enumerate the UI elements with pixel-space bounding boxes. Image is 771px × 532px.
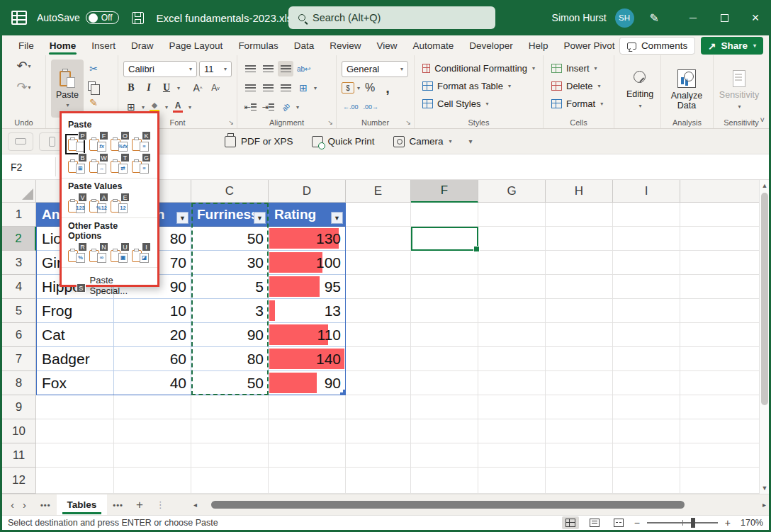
analyze-data-button[interactable]: Analyze Data (666, 60, 707, 120)
format-cells-button[interactable]: Format▾ (548, 95, 609, 113)
table-cell-length[interactable]: 40 (114, 371, 191, 395)
top-align-button[interactable] (242, 61, 258, 77)
empty-cell[interactable] (680, 395, 763, 419)
empty-cell[interactable] (478, 275, 546, 299)
column-header-D[interactable]: D (269, 180, 346, 203)
paste-values-source-formatting[interactable]: 12E (111, 196, 128, 213)
filter-dropdown-button[interactable]: ▼ (176, 212, 188, 224)
row-header-3[interactable]: 3 (2, 251, 36, 275)
empty-cell[interactable] (36, 419, 114, 443)
empty-cell[interactable] (114, 468, 191, 494)
excel-app-icon[interactable] (11, 11, 27, 25)
empty-cell[interactable] (613, 323, 680, 347)
align-right-button[interactable] (278, 80, 293, 96)
paste-default[interactable]: P (68, 135, 85, 152)
empty-cell[interactable] (680, 323, 763, 347)
filter-dropdown-button[interactable]: ▼ (254, 212, 266, 224)
table-cell-animal[interactable]: Frog (36, 299, 114, 323)
empty-cell[interactable] (346, 275, 411, 299)
empty-cell[interactable] (613, 419, 680, 443)
table-cell-rating[interactable]: 110 (269, 323, 346, 347)
qat-pdf-or-xps-button[interactable]: PDF or XPS (225, 136, 293, 147)
insert-cells-button[interactable]: Insert▾ (548, 60, 609, 77)
empty-cell[interactable] (411, 419, 478, 443)
tab-view[interactable]: View (368, 35, 405, 55)
decrease-font-size-button[interactable]: Av (208, 80, 223, 96)
empty-cell[interactable] (191, 468, 269, 494)
empty-cell[interactable] (478, 419, 546, 443)
number-format-select[interactable]: General▾ (342, 61, 408, 77)
paste-picture[interactable]: ▣U (111, 246, 128, 263)
collapse-ribbon-button[interactable]: ˅ (760, 115, 765, 124)
zoom-out-button[interactable]: − (634, 517, 640, 528)
percent-style-button[interactable]: % (362, 80, 378, 96)
search-box[interactable]: Search (Alt+Q) (288, 6, 495, 29)
empty-cell[interactable] (114, 395, 191, 419)
font-size-select[interactable]: 11▾ (199, 61, 232, 77)
conditional-formatting-button[interactable]: Conditional Formatting▾ (420, 60, 538, 77)
next-sheet-arrow[interactable]: › (23, 499, 35, 511)
table-cell-length[interactable]: 60 (114, 347, 191, 371)
bold-button[interactable]: B (123, 80, 139, 96)
paste-special-item[interactable]: SPaste Special... (68, 271, 151, 300)
paste-link[interactable]: ∞N (89, 246, 106, 263)
empty-cell[interactable] (680, 371, 763, 395)
empty-cell[interactable] (191, 443, 269, 468)
row-header-6[interactable]: 6 (2, 323, 36, 347)
table-cell-animal[interactable]: Cat (36, 323, 114, 347)
empty-cell[interactable] (346, 443, 411, 468)
zoom-level[interactable]: 170% (738, 518, 763, 528)
empty-cell[interactable] (680, 203, 763, 227)
filter-dropdown-button[interactable]: ▼ (331, 212, 343, 224)
underline-button[interactable]: U (159, 80, 174, 96)
autosave-control[interactable]: AutoSave Off (37, 11, 119, 24)
paste-keep-source-formatting[interactable]: ≡K (132, 135, 149, 152)
empty-cell[interactable] (546, 371, 613, 395)
cut-button[interactable]: ✂ (86, 61, 101, 77)
empty-cell[interactable] (411, 323, 478, 347)
tab-draw[interactable]: Draw (123, 35, 162, 55)
empty-cell[interactable] (411, 203, 478, 227)
editing-button[interactable]: Editing ▾ (619, 60, 660, 120)
align-left-button[interactable] (242, 80, 258, 96)
paste-formulas-number-formatting[interactable]: %fxO (111, 135, 128, 152)
empty-cell[interactable] (411, 227, 478, 251)
font-color-button[interactable]: A (170, 99, 186, 115)
empty-cell[interactable] (36, 395, 114, 419)
empty-cell[interactable] (411, 299, 478, 323)
empty-cell[interactable] (114, 419, 191, 443)
tab-formulas[interactable]: Formulas (230, 35, 286, 55)
tab-help[interactable]: Help (521, 35, 556, 55)
row-header-5[interactable]: 5 (2, 299, 36, 323)
paste-no-borders[interactable]: ⊞B (68, 157, 85, 174)
sheet-list-dots-2[interactable]: ••• (107, 501, 129, 509)
table-cell-rating[interactable]: 100 (269, 251, 346, 275)
empty-cell[interactable] (546, 251, 613, 275)
paste-formatting[interactable]: %R (68, 246, 85, 263)
column-header-I[interactable]: I (613, 180, 680, 203)
paste-button[interactable]: Paste ▾ (51, 60, 84, 118)
table-cell-rating[interactable]: 95 (269, 275, 346, 299)
paste-values[interactable]: 123V (68, 196, 85, 213)
column-header-C[interactable]: C (191, 180, 269, 203)
cell-styles-button[interactable]: Cell Styles▾ (420, 95, 538, 113)
row-header-2[interactable]: 2 (2, 227, 36, 251)
empty-cell[interactable] (36, 443, 114, 468)
tab-developer[interactable]: Developer (461, 35, 521, 55)
new-sheet-button[interactable]: + (129, 498, 150, 512)
row-header-8[interactable]: 8 (2, 371, 36, 395)
empty-cell[interactable] (478, 251, 546, 275)
tab-power-pivot[interactable]: Power Pivot (556, 35, 623, 55)
empty-cell[interactable] (546, 419, 613, 443)
empty-cell[interactable] (680, 275, 763, 299)
increase-indent-button[interactable]: ⇥ (260, 99, 276, 115)
empty-cell[interactable] (680, 443, 763, 468)
qat-overflow-chevron[interactable]: ▾ (469, 137, 473, 145)
table-cell-rating[interactable]: 140 (269, 347, 346, 371)
column-header-E[interactable]: E (346, 180, 411, 203)
table-header-cell[interactable]: Furriness▼ (191, 203, 269, 227)
table-cell-furriness[interactable]: 50 (191, 227, 269, 251)
number-dialog-launcher[interactable]: ↘ (405, 119, 411, 126)
empty-cell[interactable] (613, 251, 680, 275)
paste-keep-source-column-widths[interactable]: ↔W (89, 157, 106, 174)
